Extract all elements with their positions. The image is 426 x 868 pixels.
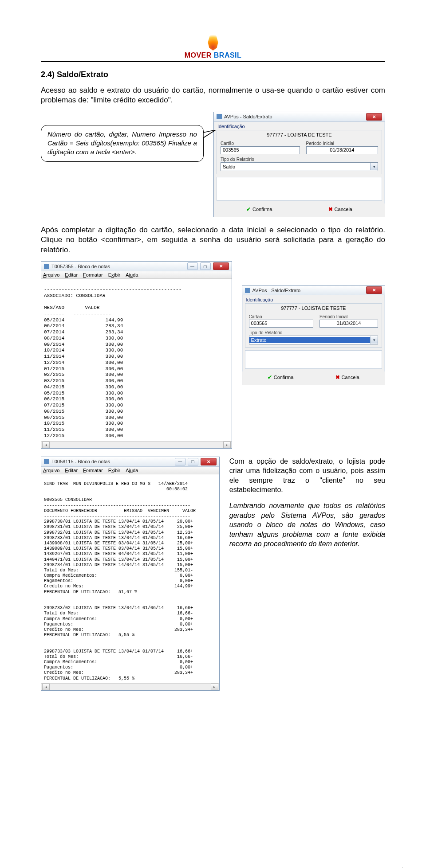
close-button[interactable]: ✕ (201, 458, 217, 465)
chevron-down-icon: ▾ (370, 336, 378, 344)
notepad-icon (44, 459, 49, 464)
app-icon (245, 288, 250, 293)
menu-file[interactable]: Arquivo (43, 272, 59, 278)
h-scrollbar[interactable]: ◂ ▸ (41, 441, 232, 448)
blank-panel (245, 350, 382, 369)
label-tipo: Tipo do Relatório (249, 330, 378, 335)
logo-block: MOVER BRASIL (41, 31, 385, 59)
paragraph-2: Após completar a digitação do cartão, se… (41, 225, 385, 255)
brand-part1: MOVER (185, 51, 214, 59)
window-title: AVPos - Saldo/Extrato (252, 288, 364, 293)
notepad-text[interactable]: ----------------------------------------… (41, 279, 232, 441)
check-icon: ✔ (246, 206, 251, 212)
h-scrollbar[interactable]: ◂ ▸ (41, 683, 219, 690)
notepad-saldo: T0057355 - Bloco de notas — ▢ ✕ Arquivo … (41, 261, 232, 449)
menu-show[interactable]: Exibir (108, 468, 121, 473)
tipo-dropdown[interactable]: Extrato ▾ (249, 336, 378, 344)
tipo-value: Extrato (249, 337, 370, 343)
groupbox-label: Identificação (242, 295, 385, 303)
label-periodo: Período Inicial (320, 314, 378, 319)
saldo-dialog-1: AVPos - Saldo/Extrato ✕ Identificação 97… (213, 112, 385, 217)
lojista-label: 977777 - LOJISTA DE TESTE (217, 130, 382, 141)
top-rule (41, 61, 385, 62)
window-title: T0058115 - Bloco de notas (51, 459, 173, 464)
label-tipo: Tipo do Relatório (221, 157, 378, 162)
menu-help[interactable]: Ajuda (126, 468, 138, 473)
scroll-right-icon[interactable]: ▸ (211, 684, 218, 690)
cartao-input[interactable]: 003565 (249, 320, 313, 328)
scroll-right-icon[interactable]: ▸ (223, 442, 231, 448)
app-icon (217, 114, 222, 119)
cancela-button[interactable]: ✖Cancela (328, 206, 352, 212)
menu-file[interactable]: Arquivo (43, 468, 59, 473)
callout-box: Número do cartão, digitar, Numero Impres… (41, 125, 204, 162)
x-icon: ✖ (328, 206, 333, 212)
notepad-extrato: T0058115 - Bloco de notas — ▢ ✕ Arquivo … (41, 457, 220, 691)
side-para-2: Lembrando novamente que todos os relatór… (229, 501, 385, 549)
notepad-icon (44, 264, 49, 269)
blank-panel (217, 177, 382, 201)
groupbox-label: Identificação (214, 122, 385, 130)
brand-part2: BRASIL (214, 51, 242, 59)
lojista-label: 977777 - LOJISTA DE TESTE (245, 304, 382, 314)
label-cartao: Cartão (221, 141, 300, 146)
saldo-dialog-2: AVPos - Saldo/Extrato ✕ Identificação 97… (242, 285, 385, 385)
cartao-input[interactable]: 003565 (221, 146, 300, 154)
window-title: AVPos - Saldo/Extrato (224, 114, 364, 119)
menu-help[interactable]: Ajuda (126, 272, 138, 278)
cancela-button[interactable]: ✖Cancela (335, 374, 359, 380)
tipo-dropdown[interactable]: Saldo ▾ (221, 162, 378, 171)
side-text: Com a opção de saldo/extrato, o lojista … (229, 457, 385, 555)
brand-text: MOVER BRASIL (185, 51, 242, 59)
check-icon: ✔ (268, 374, 272, 380)
minimize-button[interactable]: — (175, 458, 185, 465)
confirma-button[interactable]: ✔Confirma (246, 206, 272, 212)
scroll-left-icon[interactable]: ◂ (42, 684, 50, 690)
minimize-button[interactable]: — (187, 262, 198, 270)
menu-format[interactable]: Formatar (83, 272, 103, 278)
tipo-value: Saldo (221, 164, 370, 169)
callout-tail-icon (203, 130, 217, 140)
maximize-button[interactable]: ▢ (188, 458, 198, 465)
menu-edit[interactable]: Editar (65, 468, 78, 473)
menu-bar[interactable]: Arquivo Editar Formatar Exibir Ajuda (41, 467, 219, 474)
close-button[interactable]: ✕ (366, 286, 382, 294)
window-title: T0057355 - Bloco de notas (51, 264, 185, 269)
callout-text: Número do cartão, digitar, Numero Impres… (47, 130, 197, 156)
x-icon: ✖ (335, 374, 340, 380)
close-button[interactable]: ✕ (366, 113, 382, 121)
confirma-button[interactable]: ✔Confirma (268, 374, 294, 380)
menu-bar[interactable]: Arquivo Editar Formatar Exibir Ajuda (41, 271, 232, 279)
menu-edit[interactable]: Editar (65, 272, 78, 278)
label-cartao: Cartão (249, 314, 313, 319)
chevron-down-icon: ▾ (370, 163, 378, 170)
intro-paragraph: Acesso ao saldo e extrato do usuário do … (41, 86, 385, 106)
menu-show[interactable]: Exibir (108, 272, 121, 278)
scroll-left-icon[interactable]: ◂ (42, 442, 50, 448)
menu-format[interactable]: Formatar (83, 468, 103, 473)
periodo-input[interactable]: 01/03/2014 (320, 320, 378, 328)
notepad-text[interactable]: SIND TRAB MUN DIVINOPOLIS E REG CO MG S … (41, 474, 219, 683)
periodo-input[interactable]: 01/03/2014 (306, 146, 378, 154)
close-button[interactable]: ✕ (213, 262, 229, 270)
side-para-1: Com a opção de saldo/extrato, o lojista … (229, 457, 385, 495)
maximize-button[interactable]: ▢ (200, 262, 211, 270)
label-periodo: Período Inicial (306, 141, 378, 146)
flame-icon (205, 31, 221, 51)
section-title: 2.4) Saldo/Extrato (41, 70, 385, 79)
